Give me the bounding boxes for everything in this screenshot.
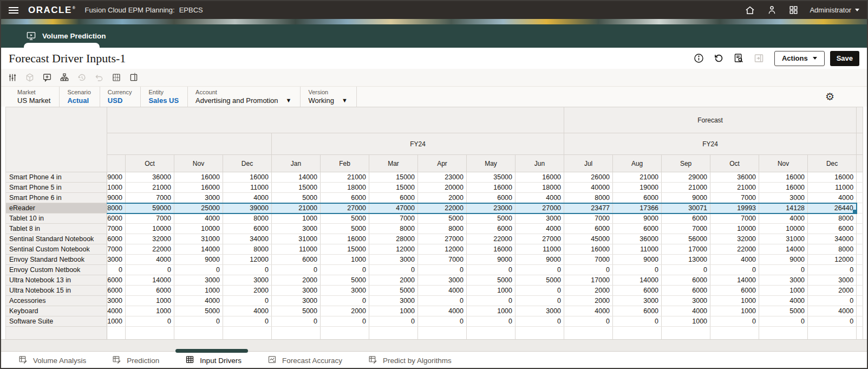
grid-cell[interactable]: 0 — [564, 316, 613, 327]
row-header-ereader[interactable]: eReader — [6, 203, 107, 213]
grid-cell[interactable]: 0 — [223, 296, 272, 306]
grid-cell[interactable]: 1000 — [710, 306, 759, 316]
grid-cell[interactable]: 9000 — [174, 255, 223, 265]
grid-cell[interactable]: 16000 — [467, 244, 515, 255]
grid-cell[interactable]: 4000 — [808, 193, 857, 203]
adjust-sliders-icon[interactable] — [8, 73, 17, 82]
grid-cell[interactable]: 1000 — [467, 306, 515, 316]
grid-cell[interactable]: 11000 — [515, 244, 564, 255]
grid-cell[interactable]: 21000 — [126, 183, 174, 193]
grid-cell[interactable]: 47000 — [369, 203, 418, 213]
grid-cell[interactable]: 0 — [321, 265, 369, 275]
grid-cell[interactable]: 22000 — [710, 244, 759, 255]
grid-cell[interactable]: 7000 — [564, 213, 613, 224]
grid-cell[interactable]: 4000 — [515, 224, 564, 234]
grid-cell[interactable]: 19000 — [613, 183, 662, 193]
grid-cell[interactable]: 6000 — [369, 193, 418, 203]
grid-cell[interactable]: 11000 — [272, 244, 321, 255]
grid-cell[interactable]: 4000 — [515, 193, 564, 203]
grid-cell[interactable]: 6000 — [467, 193, 515, 203]
grid-cell[interactable]: 0 — [710, 265, 759, 275]
grid-cell[interactable]: 17366 — [613, 203, 662, 213]
grid-cell[interactable]: 1000 — [662, 316, 710, 327]
row-header-envoy-custom-netbook[interactable]: Envoy Custom Netbook — [6, 265, 107, 275]
grid-cell[interactable]: 7000 — [662, 224, 710, 234]
grid-cell[interactable]: 16000 — [321, 234, 369, 244]
grid-cell[interactable]: 9000 — [107, 193, 126, 203]
grid-cell[interactable]: 6000 — [272, 255, 321, 265]
grid-cell[interactable]: 11000 — [613, 244, 662, 255]
grid-cell[interactable]: 36000 — [710, 172, 759, 183]
grid-cell[interactable]: 35000 — [467, 172, 515, 183]
column-header-month[interactable]: Oct — [126, 155, 174, 172]
grid-cell[interactable]: 4000 — [759, 213, 808, 224]
column-header-month[interactable]: Apr — [418, 155, 467, 172]
grid-cell[interactable]: 45000 — [564, 234, 613, 244]
grid-cell[interactable]: 1000 — [107, 316, 126, 327]
add-comment-icon[interactable] — [42, 73, 52, 82]
grid-cell[interactable]: 0 — [808, 316, 857, 327]
grid-cell[interactable]: 8000 — [564, 193, 613, 203]
column-header-month[interactable]: Feb — [321, 155, 369, 172]
grid-cell[interactable]: 32000 — [710, 234, 759, 244]
column-header-month[interactable]: Jun — [515, 155, 564, 172]
grid-cell[interactable]: 2000 — [272, 275, 321, 286]
grid-cell[interactable]: 3000 — [272, 296, 321, 306]
grid-cell[interactable]: 5000 — [515, 275, 564, 286]
dropdown-caret-icon[interactable]: ▼ — [286, 98, 292, 103]
grid-cell[interactable]: 0 — [223, 316, 272, 327]
grid-cell[interactable]: 3000 — [272, 224, 321, 234]
grid-cell[interactable]: 0 — [223, 265, 272, 275]
pov-item-currency[interactable]: CurrencyUSD — [108, 87, 141, 107]
grid-cell[interactable]: 22000 — [467, 234, 515, 244]
grid-cell[interactable]: 0 — [418, 265, 467, 275]
grid-cell[interactable]: 3000 — [223, 275, 272, 286]
grid-cell[interactable]: 16000 — [564, 244, 613, 255]
grid-cell[interactable]: 1000 — [759, 286, 808, 296]
grid-cell[interactable]: 0 — [467, 296, 515, 306]
grid-cell[interactable]: 4000 — [759, 296, 808, 306]
grid-cell[interactable]: 21000 — [321, 172, 369, 183]
grid-cell[interactable]: 22000 — [126, 244, 174, 255]
grid-cell[interactable]: 34000 — [223, 234, 272, 244]
grid-cell[interactable]: 1000 — [174, 286, 223, 296]
grid-cell[interactable]: 1000 — [321, 255, 369, 265]
grid-cell[interactable]: 21000 — [710, 183, 759, 193]
grid-cell[interactable]: 3000 — [174, 193, 223, 203]
row-header-tablet-8-in[interactable]: Tablet 8 in — [6, 224, 107, 234]
grid-cell[interactable]: 0 — [710, 316, 759, 327]
freeze-panel-icon[interactable] — [129, 73, 139, 82]
grid-cell[interactable]: 5000 — [272, 306, 321, 316]
grid-cell[interactable]: 3000 — [662, 296, 710, 306]
grid-cell[interactable]: 2000 — [321, 306, 369, 316]
grid-cell[interactable]: 21000 — [662, 183, 710, 193]
grid-cell[interactable]: 0 — [418, 316, 467, 327]
grid-cell[interactable]: 8000 — [369, 224, 418, 234]
grid-cell[interactable]: 12000 — [808, 255, 857, 265]
grid-cell[interactable]: 9000 — [613, 255, 662, 265]
grid-cell[interactable]: 5000 — [369, 286, 418, 296]
grid-cell[interactable]: 5000 — [272, 193, 321, 203]
grid-cell[interactable]: 0 — [467, 316, 515, 327]
column-header-month[interactable]: Aug — [613, 155, 662, 172]
pov-member-value[interactable]: Actual — [67, 96, 89, 105]
dropdown-caret-icon[interactable]: ▼ — [342, 98, 348, 103]
grid-cell[interactable]: 7000 — [369, 213, 418, 224]
grid-cell[interactable]: 13000 — [107, 255, 126, 265]
row-header-keyboard[interactable]: Keyboard — [6, 306, 107, 316]
grid-cell[interactable]: 3000 — [272, 286, 321, 296]
grid-cell[interactable]: 3000 — [321, 286, 369, 296]
grid-cell[interactable]: 0 — [107, 265, 126, 275]
grid-cell[interactable]: 6000 — [467, 224, 515, 234]
grid-cell[interactable]: 6000 — [613, 286, 662, 296]
grid-cell[interactable]: 6000 — [662, 213, 710, 224]
grid-cell[interactable]: 1000 — [467, 286, 515, 296]
grid-cell[interactable]: 7000 — [564, 255, 613, 265]
tab-input-drivers[interactable]: Input Drivers — [185, 355, 242, 366]
grid-cell[interactable]: 14000 — [174, 244, 223, 255]
grid-cell[interactable]: 16000 — [174, 172, 223, 183]
column-header-month[interactable]: Jul — [564, 155, 613, 172]
grid-cell[interactable]: 3000 — [759, 193, 808, 203]
grid-cell[interactable]: 18000 — [515, 183, 564, 193]
grid-cell[interactable]: 18000 — [321, 183, 369, 193]
